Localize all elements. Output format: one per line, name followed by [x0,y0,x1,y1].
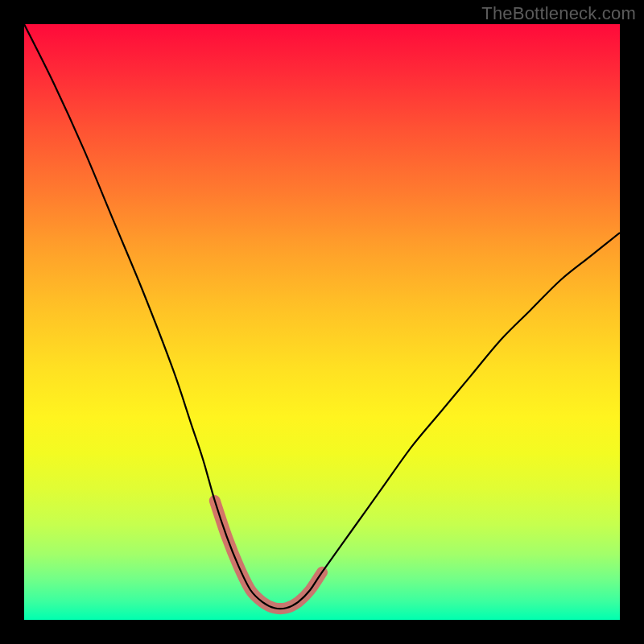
curve-svg [24,24,620,620]
watermark-text: TheBottleneck.com [481,3,636,24]
plot-area [24,24,620,620]
bottleneck-curve [24,24,620,609]
curve-highlight [215,501,322,609]
chart-frame: TheBottleneck.com [0,0,644,644]
